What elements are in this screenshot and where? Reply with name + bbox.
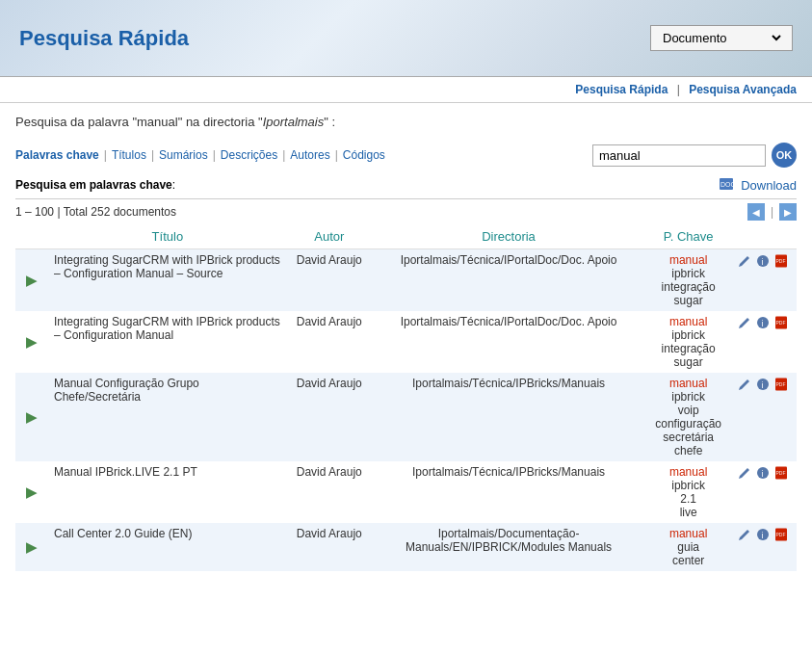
pdf-icon[interactable]: PDF [773, 527, 789, 542]
row-expand-arrow[interactable]: ▶ [15, 311, 46, 373]
col-directory: Directoria [370, 224, 647, 249]
row-expand-arrow[interactable]: ▶ [15, 461, 46, 523]
svg-text:i: i [762, 469, 764, 479]
row-author: David Araujo [289, 249, 370, 312]
svg-text:i: i [762, 531, 764, 540]
tab-descricoes[interactable]: Descrições [221, 148, 277, 162]
svg-text:PDF: PDF [776, 381, 786, 387]
svg-text:DOC: DOC [720, 181, 736, 188]
row-directory: Iportalmais/Técnica/IPortalDoc/Doc. Apoi… [370, 311, 647, 373]
edit-icon[interactable] [737, 465, 752, 481]
svg-text:i: i [762, 380, 764, 390]
table-row: ▶Integrating SugarCRM with IPBrick produ… [15, 311, 797, 373]
next-page-button[interactable]: ▶ [779, 203, 797, 221]
svg-text:PDF: PDF [776, 258, 786, 264]
search-controls: Palavras chave | Títulos | Sumários | De… [15, 143, 797, 168]
table-row: ▶Manual Configuração Grupo Chefe/Secretá… [15, 373, 797, 461]
col-title: Título [46, 224, 289, 249]
svg-text:PDF: PDF [776, 470, 786, 476]
row-actions: i PDF [729, 461, 797, 523]
info-icon[interactable]: i [755, 527, 771, 542]
download-icon: DOC [719, 177, 736, 193]
document-type-dropdown[interactable]: Documento Pasta Utilizador [650, 25, 793, 51]
table-row: ▶Integrating SugarCRM with IPBrick produ… [15, 249, 797, 312]
document-type-select[interactable]: Documento Pasta Utilizador [659, 30, 784, 46]
nav-bar: Pesquisa Rápida | Pesquisa Avançada [0, 77, 812, 103]
tab-titulos[interactable]: Títulos [112, 148, 146, 162]
search-input[interactable] [592, 144, 766, 167]
pesquisa-label: Pesquisa em palavras chave: [15, 178, 175, 192]
prev-page-button[interactable]: ◀ [747, 203, 765, 221]
edit-icon[interactable] [737, 315, 752, 330]
tab-autores[interactable]: Autores [290, 148, 329, 162]
row-author: David Araujo [289, 461, 370, 523]
page-nav: ◀ | ▶ [747, 203, 797, 221]
table-row: ▶Manual IPBrick.LIVE 2.1 PTDavid AraujoI… [15, 461, 797, 523]
row-author: David Araujo [289, 523, 370, 571]
row-title: Manual IPBrick.LIVE 2.1 PT [46, 461, 289, 523]
row-title: Integrating SugarCRM with IPBrick produc… [46, 249, 289, 312]
pdf-icon[interactable]: PDF [773, 315, 789, 330]
row-title: Manual Configuração Grupo Chefe/Secretár… [46, 373, 289, 461]
row-directory: Iportalmais/Documentação-Manuals/EN/IPBR… [370, 523, 647, 571]
edit-icon[interactable] [737, 377, 752, 392]
col-author: Autor [289, 224, 370, 249]
pdf-icon[interactable]: PDF [773, 465, 789, 481]
search-description: Pesquisa da palavra "manual" na director… [15, 115, 797, 129]
row-actions: i PDF [729, 373, 797, 461]
svg-text:i: i [762, 319, 764, 328]
row-directory: Iportalmais/Técnica/IPortalDoc/Doc. Apoi… [370, 249, 647, 312]
tab-sumarios[interactable]: Sumários [159, 148, 208, 162]
info-icon[interactable]: i [755, 315, 771, 330]
download-link[interactable]: DOC Download [719, 177, 797, 193]
row-title: Call Center 2.0 Guide (EN) [46, 523, 289, 571]
pdf-icon[interactable]: PDF [773, 253, 789, 269]
row-keywords: manualipbrickvoipconfiguraçãosecretáriac… [647, 373, 729, 461]
result-count: 1 – 100 | Total 252 documentos [15, 205, 176, 219]
col-actions [729, 224, 797, 249]
results-table: Título Autor Directoria P. Chave ▶Integr… [15, 224, 797, 571]
edit-icon[interactable] [737, 253, 752, 269]
search-input-group: OK [592, 143, 797, 168]
info-icon[interactable]: i [755, 465, 771, 481]
row-actions: i PDF [729, 523, 797, 571]
nav-pesquisa-avancada[interactable]: Pesquisa Avançada [689, 83, 797, 96]
row-directory: Iportalmais/Técnica/IPBricks/Manuais [370, 461, 647, 523]
svg-text:PDF: PDF [776, 320, 786, 326]
svg-text:i: i [762, 257, 764, 267]
row-keywords: manualipbrickintegraçãosugar [647, 311, 729, 373]
info-icon[interactable]: i [755, 253, 771, 269]
header: Pesquisa Rápida Documento Pasta Utilizad… [0, 0, 812, 77]
app-title: Pesquisa Rápida [19, 26, 189, 51]
edit-icon[interactable] [737, 527, 752, 542]
row-actions: i PDF [729, 311, 797, 373]
row-expand-arrow[interactable]: ▶ [15, 373, 46, 461]
download-row: Pesquisa em palavras chave: DOC Download [15, 177, 797, 199]
col-keyword: P. Chave [647, 224, 729, 249]
tab-codigos[interactable]: Códigos [343, 148, 385, 162]
nav-separator: | [677, 83, 680, 96]
row-directory: Iportalmais/Técnica/IPBricks/Manuais [370, 373, 647, 461]
pagination-row: 1 – 100 | Total 252 documentos ◀ | ▶ [15, 203, 797, 221]
pdf-icon[interactable]: PDF [773, 377, 789, 392]
row-actions: i PDF [729, 249, 797, 312]
tab-palavras-chave[interactable]: Palavras chave [15, 148, 99, 162]
row-keywords: manualguiacenter [647, 523, 729, 571]
row-author: David Araujo [289, 373, 370, 461]
info-icon[interactable]: i [755, 377, 771, 392]
svg-text:PDF: PDF [776, 532, 786, 537]
row-expand-arrow[interactable]: ▶ [15, 249, 46, 312]
content-area: Pesquisa da palavra "manual" na director… [0, 103, 812, 583]
search-tabs: Palavras chave | Títulos | Sumários | De… [15, 148, 385, 162]
row-title: Integrating SugarCRM with IPBrick produc… [46, 311, 289, 373]
row-author: David Araujo [289, 311, 370, 373]
row-keywords: manualipbrick2.1live [647, 461, 729, 523]
row-keywords: manualipbrickintegraçãosugar [647, 249, 729, 312]
ok-button[interactable]: OK [772, 143, 797, 168]
row-expand-arrow[interactable]: ▶ [15, 523, 46, 571]
table-row: ▶Call Center 2.0 Guide (EN)David AraujoI… [15, 523, 797, 571]
nav-pesquisa-rapida[interactable]: Pesquisa Rápida [575, 83, 668, 96]
col-expand [15, 224, 46, 249]
